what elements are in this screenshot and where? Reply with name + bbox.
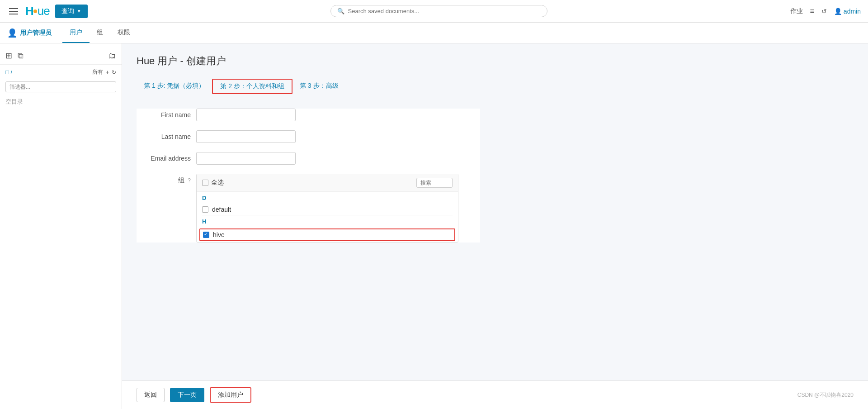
sidebar-path: □ / xyxy=(5,69,12,76)
content-inner: Hue 用户 - 创建用户 第 1 步: 凭据（必填） 第 2 步：个人资料和组… xyxy=(122,43,868,380)
search-input[interactable] xyxy=(348,8,541,14)
select-all-row: 全选 xyxy=(202,179,224,187)
all-label: 所有 xyxy=(92,68,103,76)
layers-icon[interactable]: ⊞ xyxy=(5,51,12,61)
select-all-label: 全选 xyxy=(211,179,224,187)
help-icon[interactable]: ? xyxy=(188,177,191,184)
subbar-title: 用户管理员 xyxy=(20,29,52,37)
first-name-label: First name xyxy=(137,109,191,119)
email-row: Email address xyxy=(137,152,480,165)
subbar-tabs: 用户 组 权限 xyxy=(62,23,137,43)
groups-search-input[interactable] xyxy=(416,178,453,188)
step-1[interactable]: 第 1 步: 凭据（必填） xyxy=(137,79,212,94)
hive-checkbox[interactable] xyxy=(203,232,209,238)
admin-label: admin xyxy=(844,8,861,15)
user-files-icon[interactable]: 🗂 xyxy=(108,51,116,61)
query-dropdown-arrow: ▼ xyxy=(77,9,81,14)
group-item-default: default xyxy=(197,204,458,215)
navbar-search: 🔍 xyxy=(88,5,790,17)
query-button-label: 查询 xyxy=(61,7,74,15)
groups-header-right xyxy=(416,178,453,188)
logo-dot xyxy=(33,10,37,13)
list-icon: ≡ xyxy=(810,7,814,15)
job-label: 作业 xyxy=(790,7,803,15)
default-label: default xyxy=(212,206,231,213)
sidebar-actions: 所有 + ↻ xyxy=(92,68,116,76)
select-all-checkbox[interactable] xyxy=(202,180,208,186)
sidebar-empty: 空目录 xyxy=(0,94,122,109)
search-icon: 🔍 xyxy=(337,8,344,14)
tab-users[interactable]: 用户 xyxy=(62,23,90,43)
group-section-D: D xyxy=(197,192,458,204)
add-icon[interactable]: + xyxy=(106,69,109,76)
hamburger-icon[interactable] xyxy=(7,6,20,16)
groups-header: 全选 xyxy=(197,174,458,192)
groups-box: 全选 D default xyxy=(196,174,458,243)
page-title: Hue 用户 - 创建用户 xyxy=(137,54,854,68)
copy-icon[interactable]: ⧉ xyxy=(18,51,24,61)
refresh-icon[interactable]: ↺ xyxy=(821,8,827,15)
filter-input[interactable] xyxy=(5,81,116,92)
groups-label: 组 ? xyxy=(137,174,191,185)
navbar-right: 作业 ≡ ↺ 👤 admin xyxy=(790,7,861,15)
tab-groups[interactable]: 组 xyxy=(90,23,110,43)
subbar-user-section: 👤 用户管理员 xyxy=(7,28,52,38)
logo: H ue xyxy=(25,4,50,18)
hive-label: hive xyxy=(213,231,225,238)
add-user-button[interactable]: 添加用户 xyxy=(210,387,251,403)
groups-row: 组 ? 全选 xyxy=(137,174,480,243)
admin-link[interactable]: 👤 admin xyxy=(834,8,861,15)
footer: 返回 下一页 添加用户 CSDN @不以物喜2020 xyxy=(122,380,868,409)
query-button[interactable]: 查询 ▼ xyxy=(55,5,88,18)
last-name-label: Last name xyxy=(137,130,191,140)
group-section-H: H xyxy=(197,215,458,228)
steps: 第 1 步: 凭据（必填） 第 2 步：个人资料和组 第 3 步：高级 xyxy=(137,79,854,94)
navbar: H ue 查询 ▼ 🔍 作业 ≡ ↺ 👤 admin xyxy=(0,0,868,23)
default-checkbox[interactable] xyxy=(202,206,208,213)
subbar: 👤 用户管理员 用户 组 权限 xyxy=(0,23,868,43)
last-name-input[interactable] xyxy=(196,130,296,143)
first-name-input[interactable] xyxy=(196,109,296,121)
sidebar-path-row: □ / 所有 + ↻ xyxy=(0,65,122,80)
email-label: Email address xyxy=(137,152,191,162)
content: Hue 用户 - 创建用户 第 1 步: 凭据（必填） 第 2 步：个人资料和组… xyxy=(122,43,868,409)
user-icon: 👤 xyxy=(834,8,842,15)
sidebar: ⊞ ⧉ 🗂 □ / 所有 + ↻ 空目录 xyxy=(0,43,122,409)
first-name-row: First name xyxy=(137,109,480,121)
subbar-user-icon: 👤 xyxy=(7,28,17,38)
main-layout: ⊞ ⧉ 🗂 □ / 所有 + ↻ 空目录 Hue 用户 - 创建用户 第 1 步… xyxy=(0,43,868,409)
email-input[interactable] xyxy=(196,152,296,165)
form-area: First name Last name Email address 组 ? xyxy=(137,109,480,243)
navbar-left: H ue 查询 ▼ xyxy=(7,4,88,18)
step-2[interactable]: 第 2 步：个人资料和组 xyxy=(212,79,292,94)
tab-permissions[interactable]: 权限 xyxy=(110,23,137,43)
sidebar-filter xyxy=(0,80,122,94)
footer-credit: CSDN @不以物喜2020 xyxy=(797,391,854,399)
step-3[interactable]: 第 3 步：高级 xyxy=(292,79,346,94)
search-box: 🔍 xyxy=(330,5,547,17)
next-button[interactable]: 下一页 xyxy=(170,388,204,402)
sidebar-icons: ⊞ ⧉ 🗂 xyxy=(0,47,122,65)
group-item-hive: hive xyxy=(199,228,455,241)
refresh-sidebar-icon[interactable]: ↻ xyxy=(112,69,116,76)
back-button[interactable]: 返回 xyxy=(137,388,165,402)
last-name-row: Last name xyxy=(137,130,480,143)
